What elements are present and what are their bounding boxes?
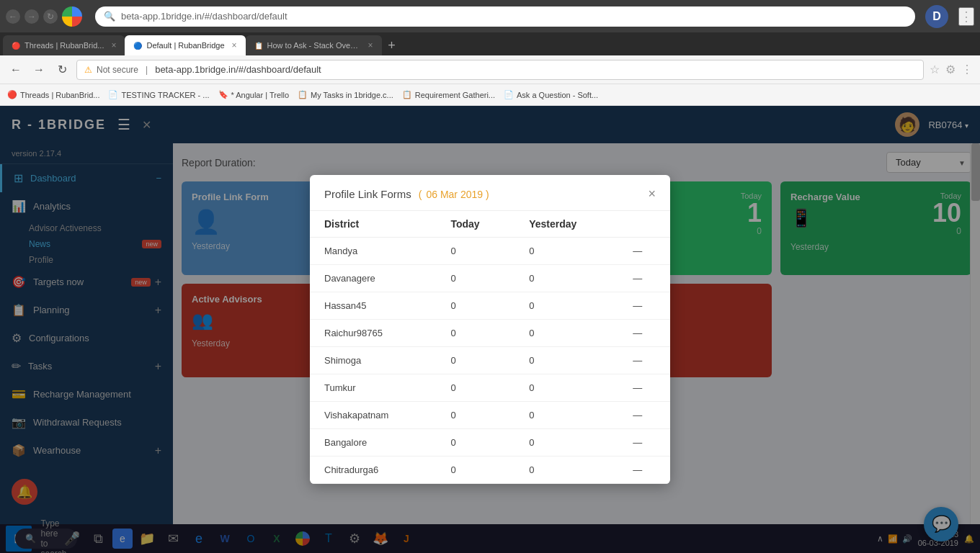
modal-body: District Today Yesterday Mandya 0 0 — Da…	[310, 211, 670, 484]
bookmark-requirement[interactable]: 📋 Requirement Gatheri...	[402, 90, 495, 99]
chrome-logo	[62, 6, 82, 27]
td-yesterday-2: 0	[514, 292, 618, 320]
table-row: Davanagere 0 0 —	[310, 265, 670, 292]
new-tab-button[interactable]: +	[382, 35, 402, 55]
modal-tbody: Mandya 0 0 — Davanagere 0 0 — Hassan45 0…	[310, 238, 670, 484]
modal-title: Profile Link Forms	[324, 188, 411, 200]
bookmark-icon6: 📄	[504, 90, 514, 99]
nav-back-button[interactable]: ←	[7, 61, 24, 78]
td-district-2: Hassan45	[310, 292, 436, 320]
td-dash-0: —	[618, 238, 670, 265]
col-dash	[618, 211, 670, 238]
td-district-7: Bangalore	[310, 429, 436, 457]
modal-table: District Today Yesterday Mandya 0 0 — Da…	[310, 211, 670, 484]
security-warning-icon: ⚠	[84, 65, 92, 75]
bookmark-icon5: 📋	[402, 90, 412, 99]
nav-forward-button[interactable]: →	[30, 61, 48, 78]
modal-title-area: Profile Link Forms ( 06 Mar 2019 )	[324, 188, 489, 200]
table-row: Bangalore 0 0 —	[310, 429, 670, 457]
bookmark-threads[interactable]: 🔴 Threads | RubanBrid...	[7, 90, 99, 99]
tab-default[interactable]: 🔵 Default | RubanBridge ×	[125, 35, 245, 55]
forward-button[interactable]: →	[24, 9, 39, 24]
td-today-4: 0	[436, 347, 514, 374]
td-dash-3: —	[618, 320, 670, 347]
browser-menu-button[interactable]: ⋮	[958, 7, 974, 26]
td-today-0: 0	[436, 238, 514, 265]
tab-close-stackoverflow[interactable]: ×	[368, 40, 373, 50]
td-dash-7: —	[618, 429, 670, 457]
browser-chrome: ← → ↻ 🔍 beta-app.1bridge.in/#/dashboard/…	[0, 0, 980, 32]
search-icon: 🔍	[104, 11, 115, 22]
page-wrapper: ← → ↻ 🔍 beta-app.1bridge.in/#/dashboard/…	[0, 0, 980, 553]
nav-url[interactable]: beta-app.1bridge.in/#/dashboard/default	[155, 64, 916, 75]
td-yesterday-5: 0	[514, 374, 618, 402]
td-district-4: Shimoga	[310, 347, 436, 374]
bookmark-icon2: 📄	[108, 90, 118, 99]
td-yesterday-7: 0	[514, 429, 618, 457]
extensions-button[interactable]: ⚙	[945, 63, 956, 76]
td-today-6: 0	[436, 402, 514, 429]
reload-button[interactable]: ↻	[43, 9, 58, 24]
profile-avatar[interactable]: D	[925, 5, 948, 28]
td-dash-5: —	[618, 374, 670, 402]
col-district: District	[310, 211, 436, 238]
col-today: Today	[436, 211, 514, 238]
modal-header: Profile Link Forms ( 06 Mar 2019 ) ×	[310, 175, 670, 211]
table-row: Vishakapatnam 0 0 —	[310, 402, 670, 429]
td-district-5: Tumkur	[310, 374, 436, 402]
td-dash-4: —	[618, 347, 670, 374]
td-dash-1: —	[618, 265, 670, 292]
bookmark-tasks[interactable]: 📋 My Tasks in 1bridge.c...	[298, 90, 393, 99]
table-row: Tumkur 0 0 —	[310, 374, 670, 402]
table-row: Chitradurga6 0 0 —	[310, 457, 670, 484]
td-yesterday-3: 0	[514, 320, 618, 347]
modal-close-paren: )	[483, 189, 489, 200]
td-yesterday-0: 0	[514, 238, 618, 265]
td-today-8: 0	[436, 457, 514, 484]
bookmark-ask[interactable]: 📄 Ask a Question - Soft...	[504, 90, 598, 99]
tab-close-default[interactable]: ×	[232, 40, 237, 50]
td-today-5: 0	[436, 374, 514, 402]
td-yesterday-1: 0	[514, 265, 618, 292]
td-yesterday-8: 0	[514, 457, 618, 484]
table-header-row: District Today Yesterday	[310, 211, 670, 238]
bookmark-icon: 🔴	[7, 90, 17, 99]
bookmarks-bar: 🔴 Threads | RubanBrid... 📄 TESTING TRACK…	[0, 84, 980, 106]
modal-open-paren: (	[416, 189, 422, 200]
address-bar[interactable]: 🔍 beta-app.1bridge.in/#/dashboard/defaul…	[95, 6, 915, 27]
browser-controls: ← → ↻	[6, 6, 85, 27]
td-district-0: Mandya	[310, 238, 436, 265]
bookmark-icon3: 🔖	[218, 90, 228, 99]
td-yesterday-4: 0	[514, 347, 618, 374]
app-area: R - 1BRIDGE ☰ ✕ 🧑 RB0764 ▾ version 2.17.…	[0, 106, 980, 553]
bookmark-testing[interactable]: 📄 TESTING TRACKER - ...	[108, 90, 209, 99]
tabs-bar: 🔴 Threads | RubanBrid... × 🔵 Default | R…	[0, 32, 980, 55]
tab-threads[interactable]: 🔴 Threads | RubanBrid... ×	[3, 35, 125, 55]
td-yesterday-6: 0	[514, 402, 618, 429]
td-dash-2: —	[618, 292, 670, 320]
bookmark-angular[interactable]: 🔖 * Angular | Trello	[218, 90, 290, 99]
td-district-6: Vishakapatnam	[310, 402, 436, 429]
td-today-2: 0	[436, 292, 514, 320]
browser-settings-button[interactable]: ⋮	[961, 63, 973, 76]
td-district-8: Chitradurga6	[310, 457, 436, 484]
modal-date: 06 Mar 2019	[426, 189, 483, 200]
back-button[interactable]: ←	[6, 9, 20, 24]
nav-reload-button[interactable]: ↻	[53, 61, 71, 78]
tab-stackoverflow[interactable]: 📋 How to Ask - Stack Overflow ×	[246, 35, 382, 55]
td-dash-6: —	[618, 402, 670, 429]
td-dash-8: —	[618, 457, 670, 484]
bookmark-star-button[interactable]: ☆	[930, 63, 940, 76]
modal-overlay[interactable]: Profile Link Forms ( 06 Mar 2019 ) × Dis…	[0, 106, 980, 553]
table-row: Raichur98765 0 0 —	[310, 320, 670, 347]
bookmark-icon4: 📋	[298, 90, 308, 99]
td-district-3: Raichur98765	[310, 320, 436, 347]
td-today-7: 0	[436, 429, 514, 457]
td-district-1: Davanagere	[310, 265, 436, 292]
table-row: Shimoga 0 0 —	[310, 347, 670, 374]
tab-close-threads[interactable]: ×	[111, 40, 116, 50]
table-row: Hassan45 0 0 —	[310, 292, 670, 320]
modal-close-button[interactable]: ×	[648, 186, 656, 202]
col-yesterday: Yesterday	[514, 211, 618, 238]
td-today-3: 0	[436, 320, 514, 347]
